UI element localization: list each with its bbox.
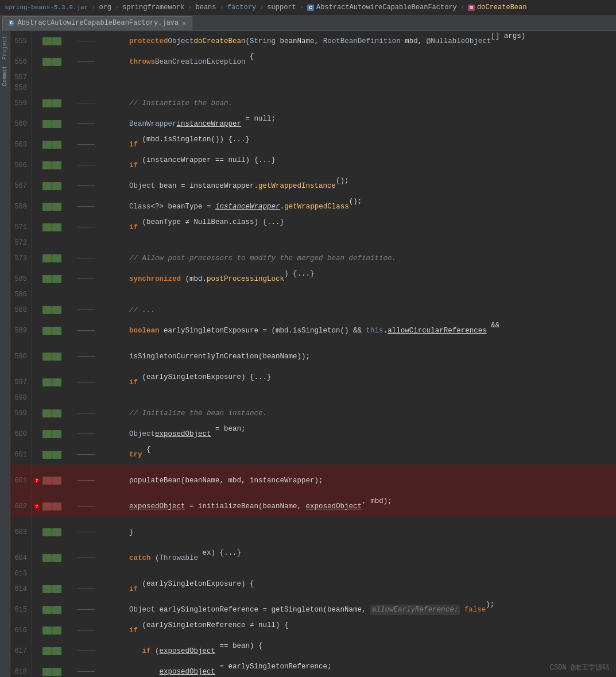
code-line: 560 ──── BeanWrapper instanceWrapper = n… <box>10 114 616 134</box>
code-line: 590 ──── isSingletonCurrentlyInCreation(… <box>10 341 616 372</box>
breadcrumb-bar: spring-beans-5.3.9.jar › org › springfra… <box>0 0 616 15</box>
code-line: 617 ──── if (exposedObject == bean) { <box>10 641 616 661</box>
code-line: 557 <box>10 72 616 83</box>
bc-org[interactable]: org <box>99 3 111 11</box>
left-sidebar: Project Commit <box>0 31 10 677</box>
commit-sidebar-label[interactable]: Commit <box>1 63 9 88</box>
code-area: 555 ──── protected Object doCreateBean(S… <box>10 31 616 677</box>
code-line: 589 ──── boolean earlySingletonExposure … <box>10 320 616 341</box>
code-line: 601 ──── try { <box>10 444 616 465</box>
jar-label[interactable]: spring-beans-5.3.9.jar <box>5 4 88 11</box>
method-icon: m <box>468 5 475 11</box>
code-line: 566 ──── if (instanceWrapper == null) {.… <box>10 155 616 176</box>
code-line: 567 ──── Object bean = instanceWrapper.g… <box>10 176 616 196</box>
code-line: 613 <box>10 568 616 579</box>
code-line: 600 ──── Object exposedObject = bean; <box>10 424 616 444</box>
code-line: 585 ──── synchronized (mbd.postProcessin… <box>10 269 616 289</box>
code-line: 597 ──── if (earlySingletonExposure) {..… <box>10 372 616 393</box>
code-line: 559 ──── // Instantiate the bean. <box>10 93 616 114</box>
code-line: 572 <box>10 238 616 248</box>
tab-filename: AbstractAutowireCapableBeanFactory.java <box>17 19 179 27</box>
main-layout: Project Commit 555 ──── protected Object… <box>0 31 616 677</box>
breakpoint-indicator: ? <box>34 504 40 509</box>
code-line: 555 ──── protected Object doCreateBean(S… <box>10 31 616 52</box>
watermark: CSDN @老王学源码 <box>550 663 609 672</box>
code-line: 615 ──── Object earlySingletonReference … <box>10 599 616 620</box>
code-line: 586 <box>10 289 616 300</box>
code-line: 588 ──── // ... <box>10 300 616 320</box>
code-line: 598 <box>10 393 616 403</box>
project-sidebar-label[interactable]: Project <box>1 33 9 62</box>
tab-class-icon: c <box>9 20 14 26</box>
code-line: 618 ──── exposedObject = earlySingletonR… <box>10 661 616 677</box>
code-line: 614 ──── if (earlySingletonExposure) { <box>10 579 616 599</box>
code-line: 558 <box>10 83 616 93</box>
bc-factory[interactable]: factory <box>227 3 256 11</box>
bc-springframework[interactable]: springframework <box>122 3 184 11</box>
class-icon: c <box>307 5 314 11</box>
tab-close-button[interactable]: ✕ <box>182 20 186 27</box>
code-line: 563 ──── if (mbd.isSingleton()) {...} <box>10 134 616 155</box>
bc-beans[interactable]: beans <box>195 3 216 11</box>
bc-classname[interactable]: AbstractAutowireCapableBeanFactory <box>316 3 457 11</box>
code-line: 603 ──── } <box>10 517 616 548</box>
code-line-breakpoint-2: 602 ? ──── exposedObject = initializeBea… <box>10 496 616 517</box>
code-line-breakpoint-1: 601 ? ──── populateBean(beanName, mbd, i… <box>10 465 616 496</box>
code-line: 568 ──── Class<?> beanType = instanceWra… <box>10 196 616 217</box>
file-tab[interactable]: c AbstractAutowireCapableBeanFactory.jav… <box>2 16 192 30</box>
tab-bar: c AbstractAutowireCapableBeanFactory.jav… <box>0 15 616 31</box>
code-line: 573 ──── // Allow post-processors to mod… <box>10 248 616 269</box>
breakpoint-indicator: ? <box>34 478 40 483</box>
code-line: 571 ──── if (beanType ≠ NullBean.class) … <box>10 217 616 238</box>
code-line: 556 ──── throws BeanCreationException { <box>10 52 616 72</box>
code-line: 604 ──── catch (Throwable ex) {...} <box>10 548 616 568</box>
code-line: 599 ──── // Initialize the bean instance… <box>10 403 616 424</box>
bc-methodname[interactable]: doCreateBean <box>477 3 526 11</box>
bc-support[interactable]: support <box>267 3 296 11</box>
code-line: 616 ──── if (earlySingletonReference ≠ n… <box>10 620 616 641</box>
